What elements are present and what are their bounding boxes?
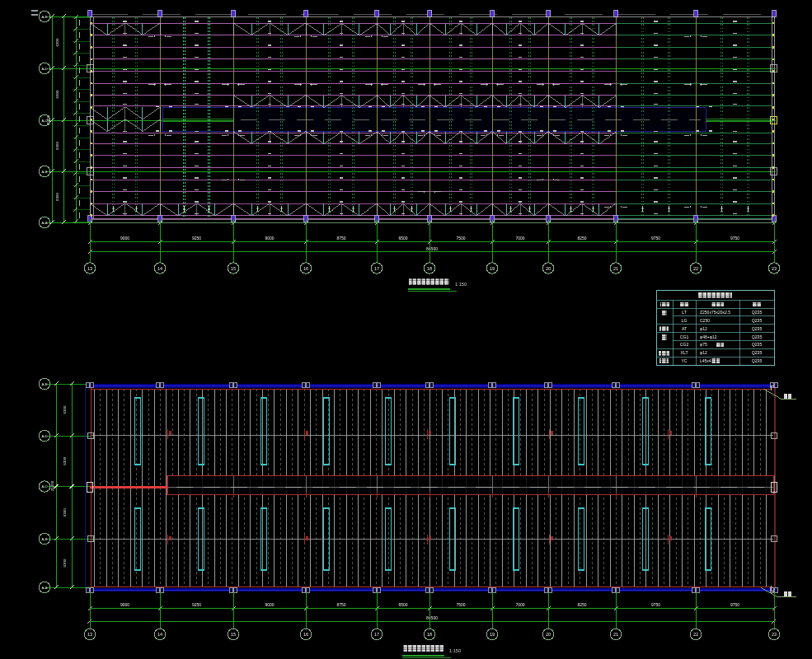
- svg-text:XLT: XLT: [680, 350, 688, 355]
- svg-text:21: 21: [613, 266, 618, 271]
- svg-text:L45x4: L45x4: [700, 358, 711, 363]
- svg-text:A-C: A-C: [41, 484, 47, 488]
- svg-text:21: 21: [613, 632, 618, 637]
- svg-text:17: 17: [374, 266, 379, 271]
- svg-text:Q235: Q235: [752, 334, 763, 339]
- svg-text:6300: 6300: [63, 508, 67, 516]
- svg-text:18: 18: [427, 266, 432, 271]
- svg-text:7000: 7000: [515, 236, 524, 241]
- svg-text:A-D: A-D: [41, 67, 47, 71]
- svg-text:84500: 84500: [426, 615, 438, 620]
- svg-text:22: 22: [693, 266, 698, 271]
- svg-text:16: 16: [303, 632, 308, 637]
- svg-text:φ48+φ12: φ48+φ12: [700, 334, 717, 339]
- svg-text:A-E: A-E: [42, 382, 48, 386]
- svg-text:9750: 9750: [651, 602, 660, 607]
- svg-text:AT: AT: [682, 326, 688, 331]
- svg-text:C250: C250: [700, 318, 710, 323]
- svg-text:14: 14: [157, 632, 162, 637]
- svg-text:9250: 9250: [192, 602, 201, 607]
- svg-text:9000: 9000: [120, 602, 129, 607]
- svg-text:20: 20: [546, 632, 551, 637]
- svg-text:23: 23: [772, 266, 777, 271]
- svg-text:6300: 6300: [55, 90, 59, 98]
- svg-text:17: 17: [374, 632, 379, 637]
- svg-text:1:150: 1:150: [449, 648, 461, 653]
- svg-text:Q235: Q235: [752, 318, 763, 323]
- svg-text:YC: YC: [681, 358, 687, 363]
- svg-text:φ12: φ12: [700, 326, 707, 331]
- svg-text:Z250x75x20x2.5: Z250x75x20x2.5: [700, 310, 730, 315]
- svg-text:8750: 8750: [336, 236, 345, 241]
- svg-text:15: 15: [231, 266, 236, 271]
- svg-text:20: 20: [546, 266, 551, 271]
- svg-text:LT: LT: [682, 310, 687, 315]
- svg-text:CG2: CG2: [680, 342, 689, 347]
- svg-text:Q235: Q235: [752, 350, 763, 355]
- svg-text:φ75: φ75: [700, 342, 707, 347]
- svg-text:84500: 84500: [426, 246, 438, 251]
- svg-text:Q235: Q235: [752, 342, 763, 347]
- svg-text:A-B: A-B: [42, 170, 48, 174]
- svg-text:8750: 8750: [336, 602, 345, 607]
- svg-text:8250: 8250: [577, 236, 586, 241]
- svg-text:9750: 9750: [730, 236, 739, 241]
- svg-text:A-D: A-D: [41, 434, 47, 438]
- svg-text:A-C: A-C: [41, 119, 47, 123]
- svg-text:Q235: Q235: [752, 358, 763, 363]
- svg-text:19: 19: [490, 632, 495, 637]
- svg-text:LG: LG: [682, 318, 688, 323]
- svg-text:25200: 25200: [50, 480, 54, 491]
- svg-text:9250: 9250: [192, 236, 201, 241]
- svg-text:CG1: CG1: [680, 334, 689, 339]
- svg-text:A-A: A-A: [42, 221, 48, 225]
- svg-text:16: 16: [303, 266, 308, 271]
- svg-text:9000: 9000: [120, 236, 129, 241]
- svg-text:9000: 9000: [265, 236, 274, 241]
- svg-text:23: 23: [772, 632, 777, 637]
- svg-text:Q235: Q235: [752, 310, 763, 315]
- svg-text:φ12: φ12: [700, 350, 707, 355]
- svg-text:7500: 7500: [456, 602, 465, 607]
- svg-text:6300: 6300: [63, 559, 67, 567]
- svg-text:A-B: A-B: [42, 537, 48, 541]
- svg-text:6300: 6300: [55, 38, 59, 46]
- svg-text:6500: 6500: [398, 602, 407, 607]
- svg-text:19: 19: [490, 266, 495, 271]
- svg-text:14: 14: [157, 266, 162, 271]
- svg-text:13: 13: [87, 632, 92, 637]
- svg-text:A-A: A-A: [42, 586, 48, 590]
- svg-text:9750: 9750: [730, 602, 739, 607]
- svg-text:Q235: Q235: [752, 326, 763, 331]
- svg-text:9000: 9000: [265, 602, 274, 607]
- svg-text:6300: 6300: [55, 193, 59, 201]
- svg-text:15: 15: [231, 632, 236, 637]
- svg-text:6500: 6500: [398, 236, 407, 241]
- svg-text:6300: 6300: [63, 405, 67, 414]
- svg-text:9750: 9750: [651, 236, 660, 241]
- svg-text:7500: 7500: [456, 236, 465, 241]
- svg-text:13: 13: [87, 266, 92, 271]
- svg-text:1:150: 1:150: [455, 282, 467, 287]
- svg-text:7000: 7000: [515, 602, 524, 607]
- svg-text:8250: 8250: [577, 602, 586, 607]
- svg-text:6300: 6300: [63, 456, 67, 465]
- svg-text:6300: 6300: [55, 142, 59, 150]
- svg-text:22: 22: [693, 632, 698, 637]
- svg-text:18: 18: [427, 632, 432, 637]
- svg-text:A-E: A-E: [42, 15, 48, 19]
